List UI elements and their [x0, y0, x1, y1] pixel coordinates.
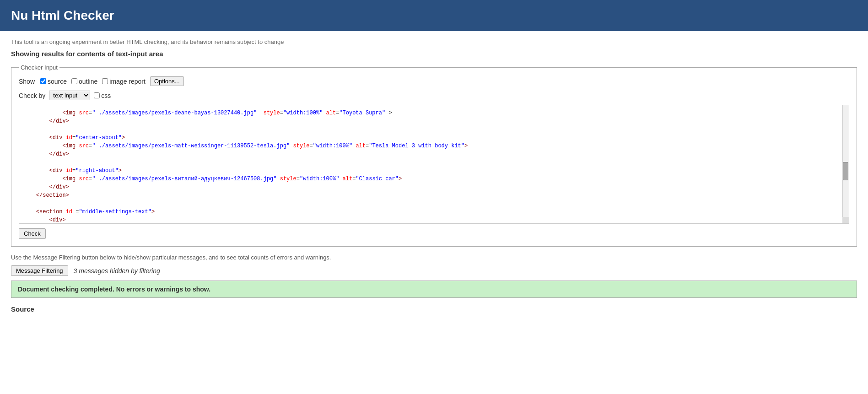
outline-checkbox-label[interactable]: outline	[71, 78, 97, 85]
checker-input-fieldset: Checker Input Show source outline image …	[11, 64, 857, 247]
source-checkbox-label[interactable]: source	[40, 78, 67, 85]
scrollbar-thumb[interactable]	[843, 162, 848, 180]
success-banner: Document checking completed. No errors o…	[11, 281, 857, 298]
results-heading: Showing results for contents of text-inp…	[11, 50, 857, 58]
fieldset-legend: Checker Input	[19, 64, 59, 71]
hidden-count-text: 3 messages hidden by filtering	[74, 267, 160, 275]
outline-checkbox[interactable]	[71, 78, 77, 84]
show-label: Show	[19, 78, 35, 85]
filter-row: Message Filtering 3 messages hidden by f…	[11, 265, 857, 276]
options-button[interactable]: Options...	[150, 76, 184, 86]
message-filtering-button[interactable]: Message Filtering	[11, 265, 68, 276]
resize-handle[interactable]	[842, 217, 849, 223]
check-by-label: Check by	[19, 92, 45, 99]
scrollbar-track[interactable]	[842, 105, 849, 223]
image-report-label: image report	[109, 78, 146, 85]
check-button[interactable]: Check	[19, 228, 46, 239]
outline-label: outline	[79, 78, 97, 85]
source-label: source	[48, 78, 67, 85]
page-title: Nu Html Checker	[11, 8, 857, 23]
image-report-checkbox[interactable]	[102, 78, 108, 84]
code-editor-area[interactable]: <img src=" ./assets/images/pexels-deane-…	[19, 105, 849, 224]
code-content[interactable]: <img src=" ./assets/images/pexels-deane-…	[19, 105, 849, 223]
css-checkbox-label[interactable]: css	[94, 92, 111, 99]
css-label: css	[101, 92, 111, 99]
image-report-checkbox-label[interactable]: image report	[102, 78, 146, 85]
check-by-select[interactable]: text input file upload address	[49, 91, 90, 100]
source-checkbox[interactable]	[40, 78, 46, 84]
css-checkbox[interactable]	[94, 92, 100, 98]
header: Nu Html Checker	[0, 0, 868, 31]
subtitle-text: This tool is an ongoing experiment in be…	[11, 38, 857, 45]
filter-info-text: Use the Message Filtering button below t…	[11, 254, 857, 261]
source-heading: Source	[11, 305, 857, 313]
